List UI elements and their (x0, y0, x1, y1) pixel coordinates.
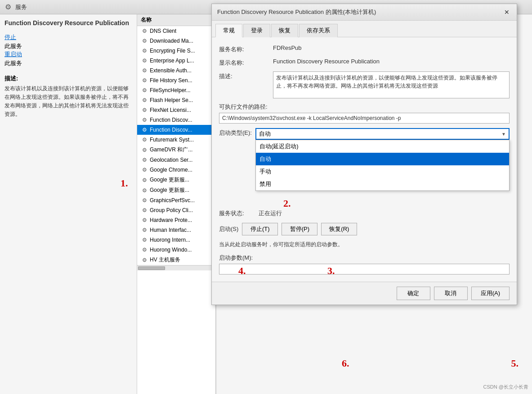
service-item-name: HV 主机服务 (150, 256, 180, 264)
gear-icon: ⚙ (141, 146, 148, 154)
service-list-item[interactable]: ⚙Downloaded Ma... (137, 36, 215, 46)
tab-recovery[interactable]: 恢复 (271, 24, 298, 37)
scrollbar-thumb[interactable] (138, 266, 165, 270)
cancel-button[interactable]: 取消 (434, 287, 468, 300)
service-list-item[interactable]: ⚙Geolocation Ser... (137, 155, 215, 165)
tab-login[interactable]: 登录 (243, 24, 270, 37)
gear-icon: ⚙ (141, 197, 148, 204)
gear-icon: ⚙ (141, 156, 148, 164)
service-name-row: 服务名称: FDResPub (219, 44, 510, 53)
service-list-item[interactable]: ⚙Huorong Intern... (137, 235, 215, 245)
display-name-row: 显示名称: Function Discovery Resource Public… (219, 58, 510, 67)
service-name-value: FDResPub (273, 44, 510, 51)
dialog-close-button[interactable]: ✕ (502, 8, 511, 17)
service-list-item[interactable]: ⚙Hardware Prote... (137, 215, 215, 225)
service-list-item[interactable]: ⚙Flash Helper Se... (137, 95, 215, 105)
apply-button[interactable]: 应用(A) (471, 287, 510, 300)
service-list-item[interactable]: ⚙Google 更新服... (137, 185, 215, 195)
option-auto-delay[interactable]: 自动(延迟启动) (256, 140, 509, 153)
list-header: 名称 (137, 14, 215, 26)
service-item-name: GraphicsPerfSvc... (150, 197, 195, 204)
service-list-item[interactable]: ⚙GameDVR 和广... (137, 145, 215, 155)
status-section: 服务状态: 正在运行 (219, 209, 510, 217)
gear-icon: ⚙ (141, 246, 148, 253)
resume-button[interactable]: 恢复(R) (321, 223, 357, 235)
exec-path-label: 可执行文件的路径: (219, 103, 510, 111)
dropdown-arrow-icon: ▼ (501, 132, 506, 137)
display-name-value: Function Discovery Resource Publication (273, 58, 510, 65)
service-list-panel: 名称 ⚙DNS Client⚙Downloaded Ma...⚙Encrypti… (137, 14, 216, 394)
gear-icon: ⚙ (141, 27, 148, 35)
services-icon: ⚙ (4, 3, 13, 12)
service-list-item[interactable]: ⚙DNS Client (137, 26, 215, 36)
dialog-footer: 确定 取消 应用(A) (212, 282, 517, 305)
service-list-item[interactable]: ⚙Google Chrome... (137, 165, 215, 175)
service-item-name: Group Policy Cli... (150, 207, 193, 213)
startup-params-section: 启动参数(M): (219, 254, 510, 274)
window-title: 服务 (15, 3, 27, 11)
startup-type-section: 启动类型(E): 自动 ▼ 自动(延迟启动) 自动 手动 禁用 (219, 128, 510, 140)
startup-dropdown-list: 自动(延迟启动) 自动 手动 禁用 (255, 140, 510, 191)
gear-icon: ⚙ (141, 226, 148, 234)
stop-button[interactable]: 停止(T) (242, 223, 278, 235)
ok-button[interactable]: 确定 (397, 287, 430, 300)
tab-deps[interactable]: 依存关系 (299, 24, 338, 37)
startup-params-input[interactable] (219, 264, 510, 274)
tab-content-general: 服务名称: FDResPub 显示名称: Function Discovery … (212, 37, 517, 282)
gear-icon: ⚙ (141, 207, 148, 214)
service-item-name: Flash Helper Se... (150, 97, 193, 103)
service-item-name: Function Discov... (150, 127, 192, 133)
display-name-label: 显示名称: (219, 58, 273, 67)
status-row: 服务状态: 正在运行 (219, 209, 510, 217)
gear-icon: ⚙ (141, 166, 148, 173)
watermark: CSDN @长立小长青 (483, 384, 528, 390)
desc-text: 发布该计算机以及连接到该计算机的资源，以便能够在网络上发现这些资源。如果该服务被… (4, 84, 132, 119)
service-item-name: FileSyncHelper... (150, 87, 191, 93)
service-list-item[interactable]: ⚙Enterprise App L... (137, 56, 215, 66)
option-manual[interactable]: 手动 (256, 165, 509, 178)
service-item-name: Human Interfac... (150, 227, 191, 233)
service-list-item[interactable]: ⚙Extensible Auth... (137, 66, 215, 75)
service-list-item[interactable]: ⚙Function Discov... (137, 125, 215, 135)
service-item-name: FlexNet Licensi... (150, 107, 191, 113)
option-auto[interactable]: 自动 (256, 153, 509, 165)
gear-icon: ⚙ (141, 97, 148, 104)
service-list-item[interactable]: ⚙Group Policy Cli... (137, 205, 215, 215)
horizontal-scrollbar[interactable] (137, 265, 215, 270)
desc-label: 描述: (4, 75, 132, 83)
service-item-name: Google 更新服... (150, 176, 189, 184)
pause-button[interactable]: 暂停(P) (282, 223, 317, 235)
gear-icon: ⚙ (141, 187, 148, 194)
dialog-title-bar: Function Discovery Resource Publication … (212, 4, 517, 21)
service-list-item[interactable]: ⚙Encrypting File S... (137, 46, 215, 56)
service-item-name: File History Sen... (150, 77, 192, 84)
service-list-item[interactable]: ⚙FileSyncHelper... (137, 85, 215, 95)
service-list-item[interactable]: ⚙Huorong Windo... (137, 245, 215, 255)
option-disabled[interactable]: 禁用 (256, 178, 509, 190)
service-item-name: Huorong Windo... (150, 247, 192, 253)
service-list-item[interactable]: ⚙Human Interfac... (137, 225, 215, 235)
startup-dropdown[interactable]: 自动 ▼ (255, 128, 510, 140)
service-item-name: Function Discov... (150, 117, 192, 123)
gear-icon: ⚙ (141, 136, 148, 143)
service-list-item[interactable]: ⚙GraphicsPerfSvc... (137, 195, 215, 205)
tab-general[interactable]: 常规 (215, 24, 242, 37)
service-list-item[interactable]: ⚙FlexNet Licensi... (137, 105, 215, 115)
service-list-item[interactable]: ⚙Google 更新服... (137, 175, 215, 185)
service-list-item[interactable]: ⚙HV 主机服务 (137, 255, 215, 265)
start-section-label: 启动(S) (219, 225, 238, 233)
restart-service-link[interactable]: 重启动 (4, 50, 132, 58)
description-section: 描述: 发布该计算机以及连接到该计算机的资源，以便能够在网络上发现这些资源。如果… (4, 75, 132, 119)
service-list-item[interactable]: ⚙Futuremark Syst... (137, 135, 215, 145)
gear-icon: ⚙ (141, 177, 148, 184)
service-name-label: 服务名称: (219, 44, 273, 53)
service-item-name: Geolocation Ser... (150, 157, 192, 163)
stop-service-link[interactable]: 停止 (4, 33, 132, 41)
service-list-item[interactable]: ⚙File History Sen... (137, 75, 215, 85)
startup-current-value: 自动 (259, 130, 501, 138)
selected-service-title: Function Discovery Resource Publication (4, 19, 132, 28)
gear-icon: ⚙ (141, 57, 148, 64)
service-item-name: Downloaded Ma... (150, 38, 193, 44)
service-list-item[interactable]: ⚙Function Discov... (137, 115, 215, 125)
exec-path-section: 可执行文件的路径: C:\Windows\system32\svchost.ex… (219, 103, 510, 124)
